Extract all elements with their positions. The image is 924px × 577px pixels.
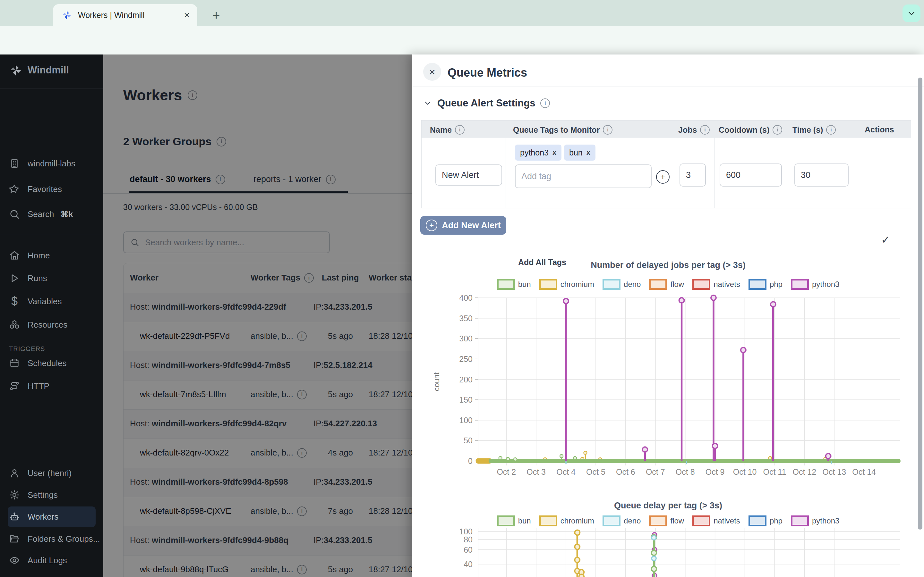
alert-settings-table: Namei Queue Tags to Monitori Jobsi Coold… — [421, 120, 911, 208]
col-actions: Actions — [865, 125, 894, 134]
svg-text:40: 40 — [464, 560, 473, 569]
legend-item-bun[interactable]: bun — [497, 516, 531, 526]
svg-text:50: 50 — [464, 436, 473, 445]
sidebar-item-user[interactable]: User (henri) — [0, 464, 103, 482]
sidebar-item-search[interactable]: Search ⌘k — [0, 205, 103, 223]
tab-close-icon[interactable]: × — [184, 10, 190, 21]
legend-item-python3[interactable]: python3 — [791, 279, 839, 290]
screen: Workers | Windmill × + app.windmill.dev/… — [0, 0, 924, 577]
legend-swatch — [649, 279, 667, 290]
robot-icon — [9, 511, 20, 522]
svg-text:60: 60 — [464, 545, 473, 554]
legend-swatch — [497, 516, 515, 526]
tab-search-button[interactable] — [903, 5, 921, 22]
svg-text:Oct 4: Oct 4 — [556, 467, 575, 476]
delayed-jobs-chart: 050100150200250300350400Oct 2Oct 3Oct 4O… — [431, 293, 906, 479]
legend-item-deno[interactable]: deno — [603, 279, 641, 290]
info-icon[interactable]: i — [700, 125, 710, 135]
legend-item-nativets[interactable]: nativets — [692, 279, 740, 290]
sidebar-item-schedules[interactable]: Schedules — [0, 354, 103, 372]
delayed-jobs-chart-title: Number of delayed jobs per tag (> 3s) — [412, 260, 924, 270]
remove-tag-icon[interactable]: x — [586, 148, 590, 157]
drawer-title: Queue Metrics — [447, 66, 527, 79]
svg-text:Oct 7: Oct 7 — [646, 467, 665, 476]
sidebar-item-favorites[interactable]: Favorites — [0, 180, 103, 198]
search-icon — [9, 209, 20, 219]
legend-swatch — [497, 279, 515, 290]
tab-title: Workers | Windmill — [78, 11, 144, 20]
svg-text:200: 200 — [459, 375, 473, 384]
add-new-alert-button[interactable]: + Add New Alert — [420, 216, 506, 235]
sidebar-item-audit-logs[interactable]: Audit Logs — [0, 551, 103, 569]
cooldown-input[interactable]: 600 — [720, 163, 782, 187]
legend-item-flow[interactable]: flow — [649, 516, 684, 526]
svg-text:100: 100 — [459, 416, 473, 425]
delayed-jobs-chart-legend: bunchromiumdenoflownativetsphppython3 — [412, 279, 924, 290]
browser-tab[interactable]: Workers | Windmill × — [53, 4, 197, 26]
alert-name-input[interactable]: New Alert — [435, 164, 502, 185]
svg-text:300: 300 — [459, 334, 473, 343]
sidebar-item-http[interactable]: HTTP — [0, 377, 103, 395]
legend-item-bun[interactable]: bun — [497, 279, 531, 290]
remove-tag-icon[interactable]: x — [552, 148, 556, 157]
sidebar-item-runs[interactable]: Runs — [0, 269, 103, 287]
sidebar-item-workers[interactable]: Workers — [0, 508, 103, 526]
add-tag-plus-icon[interactable]: + — [656, 170, 670, 184]
windmill-logo[interactable]: Windmill — [9, 63, 69, 77]
sidebar-item-resources[interactable]: Resources — [0, 316, 103, 334]
sidebar-item-home[interactable]: Home — [0, 247, 103, 264]
info-icon[interactable]: i — [772, 125, 782, 135]
legend-item-php[interactable]: php — [748, 516, 782, 526]
sidebar-item-variables[interactable]: $ Variables — [0, 292, 103, 310]
new-tab-button[interactable]: + — [208, 7, 225, 24]
svg-text:Oct 6: Oct 6 — [616, 467, 635, 476]
drawer-close-button[interactable]: × — [423, 63, 441, 81]
tag-chip-python3[interactable]: python3x — [515, 145, 561, 161]
legend-item-chromium[interactable]: chromium — [540, 516, 594, 526]
legend-swatch — [692, 516, 710, 526]
info-icon[interactable]: i — [455, 125, 465, 135]
col-queue-tags: Queue Tags to Monitori — [513, 125, 612, 135]
info-icon[interactable]: i — [603, 125, 612, 135]
info-icon[interactable]: i — [540, 98, 550, 108]
time-input[interactable]: 30 — [795, 163, 849, 187]
boxes-icon — [9, 319, 20, 330]
add-tag-input[interactable]: Add tag — [515, 164, 652, 188]
svg-text:Oct 8: Oct 8 — [676, 467, 695, 476]
tag-chip-bun[interactable]: bunx — [564, 145, 596, 161]
svg-text:350: 350 — [459, 314, 473, 323]
legend-swatch — [603, 279, 620, 290]
queue-delay-chart: 100806040 — [431, 528, 906, 577]
legend-swatch — [748, 516, 766, 526]
col-jobs: Jobsi — [678, 125, 710, 135]
chevron-down-icon — [423, 99, 432, 108]
legend-item-flow[interactable]: flow — [649, 279, 684, 290]
legend-item-python3[interactable]: python3 — [791, 516, 839, 526]
legend-item-chromium[interactable]: chromium — [540, 279, 594, 290]
queue-alert-settings-section[interactable]: Queue Alert Settings i — [423, 97, 550, 109]
svg-text:Oct 3: Oct 3 — [527, 467, 546, 476]
sidebar-item-folders[interactable]: Folders & Groups... — [0, 530, 103, 548]
legend-item-php[interactable]: php — [748, 279, 782, 290]
workspace-name: windmill-labs — [27, 159, 75, 169]
play-icon — [9, 273, 20, 284]
legend-item-deno[interactable]: deno — [603, 516, 641, 526]
sidebar-item-settings[interactable]: Settings — [0, 486, 103, 504]
chevron-down-icon — [907, 9, 916, 18]
confirm-alert-icon[interactable]: ✓ — [881, 234, 890, 246]
info-icon[interactable]: i — [826, 125, 836, 135]
jobs-input[interactable]: 3 — [680, 163, 706, 187]
star-icon — [9, 184, 20, 195]
app-window: Workersi 2 Worker Groupsi default - 30 w… — [0, 55, 924, 577]
legend-swatch — [748, 279, 766, 290]
user-icon — [9, 468, 20, 479]
svg-text:count: count — [432, 372, 441, 391]
triggers-section-label: TRIGGERS — [9, 345, 45, 353]
windmill-logo-icon — [9, 63, 23, 77]
sidebar-item-workspace[interactable]: windmill-labs — [0, 155, 103, 172]
legend-item-nativets[interactable]: nativets — [692, 516, 740, 526]
legend-swatch — [649, 516, 667, 526]
drawer-scrollbar[interactable] — [918, 77, 922, 530]
svg-text:Oct 14: Oct 14 — [852, 467, 876, 476]
alert-table-header: Namei Queue Tags to Monitori Jobsi Coold… — [422, 121, 911, 138]
